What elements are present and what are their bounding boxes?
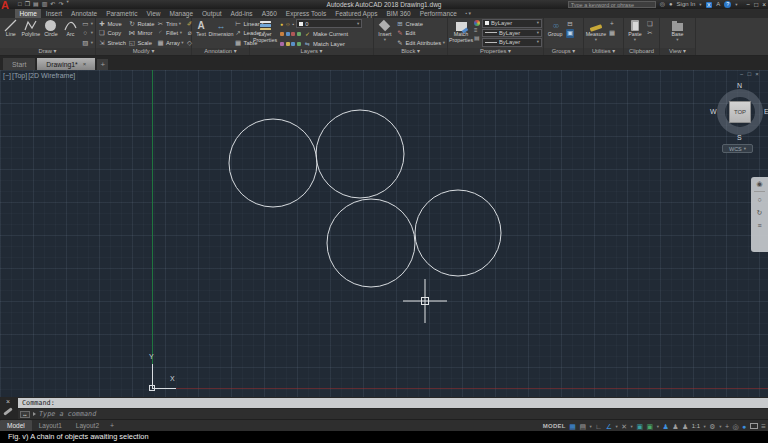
fillet-button[interactable]: ◜ Fillet ▾: [156, 29, 183, 39]
layer-state-icons[interactable]: [280, 32, 301, 36]
ungroup-button[interactable]: ⊟: [566, 19, 574, 29]
polar-caret-icon[interactable]: ▾: [615, 424, 617, 429]
iso-caret-icon[interactable]: ▾: [631, 424, 633, 429]
object-snap-tracking-toggle[interactable]: ▣: [636, 421, 643, 432]
ribbon-tab-insert[interactable]: Insert: [41, 9, 66, 18]
layout-tab-model[interactable]: Model: [0, 420, 32, 431]
copy-button[interactable]: ❏ Copy: [98, 29, 126, 39]
layer-tool-icons[interactable]: [280, 42, 301, 46]
ribbon-tab-annotate[interactable]: Annotate: [67, 9, 102, 18]
quick-select-button[interactable]: +: [608, 19, 616, 29]
new-drawing-tab-button[interactable]: +: [97, 59, 108, 70]
help-caret-icon[interactable]: ▾: [735, 3, 737, 7]
search-input[interactable]: [568, 1, 656, 8]
mirror-button[interactable]: ⋈ Mirror: [128, 29, 155, 39]
panel-label-modify[interactable]: Modify ▾: [96, 48, 191, 55]
sign-in-button[interactable]: Sign In: [677, 1, 696, 8]
workspace-gear-icon[interactable]: ⚙: [709, 421, 715, 432]
group-button[interactable]: ○○ Group: [546, 19, 564, 38]
polyline-button[interactable]: Polyline: [22, 19, 41, 38]
hardware-acceleration-toggle[interactable]: ●: [742, 421, 746, 432]
layer-select-combo[interactable]: 0 ▾: [296, 19, 362, 28]
exchange-icon[interactable]: X: [706, 2, 713, 8]
ribbon-tab-manage[interactable]: Manage: [165, 9, 198, 18]
panel-label-view[interactable]: View ▾: [660, 48, 695, 55]
zoom-icon[interactable]: ↻: [754, 208, 765, 218]
dimension-button[interactable]: ↔ Dimension: [210, 19, 232, 38]
object-color-combo[interactable]: ByLayer ▾: [482, 19, 542, 28]
text-button[interactable]: A Text: [194, 19, 208, 38]
viewcube-top-face[interactable]: TOP: [729, 101, 751, 123]
ribbon-tab-home[interactable]: Home: [15, 9, 41, 18]
panel-label-groups[interactable]: Groups ▾: [544, 48, 583, 55]
layer-properties-button[interactable]: Layer Properties: [252, 19, 278, 43]
viewcube-north[interactable]: N: [737, 82, 742, 89]
make-current-button[interactable]: ✓ Make Current: [304, 29, 349, 39]
linetype-combo[interactable]: ByLayer ▾: [482, 38, 542, 47]
window-close-button[interactable]: ×: [762, 1, 766, 8]
clean-screen-toggle[interactable]: [750, 423, 758, 429]
layer-lock-icon[interactable]: ▪: [293, 21, 295, 27]
panel-label-clipboard[interactable]: Clipboard: [624, 48, 659, 55]
clip-cut-button[interactable]: ✂: [646, 29, 654, 39]
customization-plus-icon[interactable]: +: [725, 421, 729, 432]
navigation-bar[interactable]: ◉ ○ ↻ ≡: [751, 177, 768, 252]
match-properties-button[interactable]: Match Properties: [450, 19, 472, 43]
scale-caret-icon[interactable]: ▾: [704, 424, 706, 429]
drawn-circle-1[interactable]: [229, 119, 317, 207]
panel-label-layers[interactable]: Layers ▾: [250, 48, 373, 55]
annotation-visibility-toggle[interactable]: ♟: [662, 421, 668, 432]
file-tab-drawing1[interactable]: Drawing1* ×: [37, 58, 95, 70]
ribbon-tab-express-tools[interactable]: Express Tools: [281, 9, 330, 18]
command-customize-icon[interactable]: [3, 407, 13, 416]
ribbon-tab-bim360[interactable]: BIM 360: [382, 9, 415, 18]
hatch-tool-button[interactable]: ▨ ▾: [81, 38, 93, 48]
move-button[interactable]: ✚ Move: [98, 19, 126, 29]
viewcube[interactable]: N S W E TOP: [710, 82, 768, 142]
search-icon[interactable]: ◎: [660, 1, 665, 8]
object-snap-toggle[interactable]: ▣: [647, 421, 654, 432]
ribbon-tab-view[interactable]: View: [142, 9, 165, 18]
panel-label-block[interactable]: Block ▾: [374, 48, 447, 55]
edit-attributes-button[interactable]: ✎ Edit Attributes ▾: [396, 38, 445, 48]
panel-label-draw[interactable]: Draw ▾: [0, 48, 95, 55]
isometric-drafting-toggle[interactable]: ✕: [621, 421, 627, 432]
window-minimize-button[interactable]: −: [746, 1, 750, 8]
qat-caret-icon[interactable]: ▾: [66, 0, 68, 9]
layout-tab-layout1[interactable]: Layout1: [32, 420, 69, 431]
viewcube-west[interactable]: W: [710, 108, 717, 115]
isolate-objects-toggle[interactable]: ◎: [732, 421, 738, 432]
drawn-circle-4[interactable]: [415, 190, 501, 276]
measure-button[interactable]: Measure ▾: [586, 19, 606, 42]
quick-calc-button[interactable]: ▦: [608, 29, 616, 39]
panel-label-utilities[interactable]: Utilities ▾: [584, 48, 623, 55]
drawn-circle-2[interactable]: [316, 110, 404, 198]
save-icon[interactable]: ▤: [33, 0, 39, 9]
undo-icon[interactable]: ↶: [50, 0, 55, 9]
rotate-button[interactable]: ↻ Rotate: [128, 19, 155, 29]
model-space-toggle[interactable]: MODEL: [543, 423, 566, 429]
insert-button[interactable]: Insert ▾: [376, 19, 394, 42]
steering-wheel-icon[interactable]: ◉: [754, 179, 765, 192]
clip-copy-button[interactable]: ❏: [646, 19, 654, 29]
command-input[interactable]: [39, 410, 768, 419]
layout-tab-layout2[interactable]: Layout2: [69, 420, 106, 431]
paste-button[interactable]: Paste ▾: [626, 19, 644, 42]
group-edit-button[interactable]: ▣: [566, 29, 574, 39]
ribbon-tab-featured-apps[interactable]: Featured Apps: [331, 9, 382, 18]
array-button[interactable]: ▦ Array ▾: [156, 38, 183, 48]
scale-button[interactable]: ◱ Scale: [128, 38, 155, 48]
layer-thaw-icon[interactable]: ☼: [285, 21, 291, 27]
ribbon-tab-a360[interactable]: A360: [257, 9, 281, 18]
block-edit-button[interactable]: ✎ Edit: [396, 29, 445, 39]
snap-mode-toggle[interactable]: ▤: [579, 421, 586, 432]
autodesk-app-icon[interactable]: A: [716, 1, 720, 8]
rectangle-tool-button[interactable]: ▭ ▾: [81, 19, 93, 29]
drawing-canvas[interactable]: [−] [Top] [2D Wireframe] − □ × Y X N S W…: [0, 70, 768, 397]
orbit-icon[interactable]: ≡: [754, 221, 765, 231]
sign-in-caret-icon[interactable]: ▾: [699, 3, 701, 7]
annotation-scale-icon[interactable]: ♟: [682, 421, 688, 432]
wcs-menu[interactable]: WCS ▾: [722, 144, 753, 153]
trim-button[interactable]: ✂ Trim ▾: [156, 19, 183, 29]
file-tab-start[interactable]: Start: [3, 58, 35, 70]
